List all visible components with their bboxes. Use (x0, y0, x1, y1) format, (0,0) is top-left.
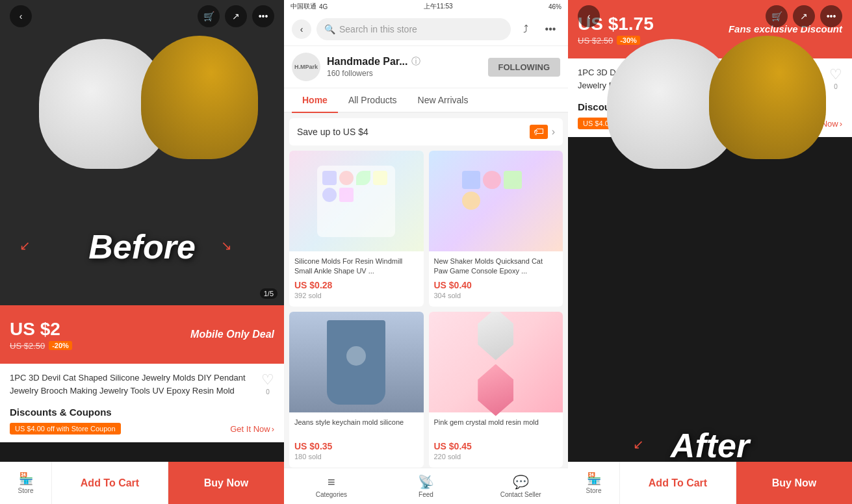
arrow-left-1: ↙ (19, 238, 31, 253)
left-panel: ‹ 🛒 ↗ ••• Before ↙ ↘ 1/5 US $2 US $2.50 … (0, 0, 284, 504)
add-to-cart-left[interactable]: Add To Cart (52, 462, 168, 504)
store-name-row: Handmade Par... ⓘ (327, 56, 488, 68)
share-icon-left[interactable]: ↗ (225, 5, 247, 27)
price-original-row-left: US $2.50 -20% (10, 341, 72, 351)
mold-shape-1 (317, 166, 395, 237)
categories-label: Categories (316, 491, 347, 498)
store-button-left[interactable]: 🏪 Store (0, 462, 52, 504)
store-button-right[interactable]: 🏪 Store (568, 462, 620, 504)
search-placeholder: Search in this store (339, 24, 417, 34)
buy-now-right[interactable]: Buy Now (736, 462, 852, 504)
product-img-4 (429, 312, 563, 412)
gem-white (478, 312, 513, 360)
contact-icon: 💬 (513, 474, 529, 490)
store-icon-right: 🏪 (587, 472, 601, 486)
back-button-right[interactable]: ‹ (578, 5, 600, 27)
savings-right: 🏷 › (530, 125, 555, 139)
product-card-price-2: US $0.40 (434, 280, 558, 290)
price-original-right: US $2.50 (578, 36, 613, 45)
product-card-sold-4: 220 sold (434, 453, 558, 460)
search-box[interactable]: 🔍 Search in this store (316, 18, 511, 40)
more-button-mid[interactable]: ••• (541, 19, 560, 39)
heart-icon-right: ♡ (829, 66, 842, 83)
share-button-mid[interactable]: ⤴ (516, 19, 536, 39)
store-name: Handmade Par... (327, 56, 408, 68)
nav-contact-seller[interactable]: 💬 Contact Seller (473, 468, 568, 504)
savings-chevron: › (552, 126, 555, 138)
shaker-shape (457, 166, 535, 237)
product-title-left: 1PC 3D Devil Cat Shaped Silicone Jewelry… (10, 372, 261, 397)
add-to-cart-right[interactable]: Add To Cart (620, 462, 736, 504)
savings-banner[interactable]: Save up to US $4 🏷 › (289, 118, 563, 145)
product-card-3[interactable]: Jeans style keychain mold silicone US $0… (289, 312, 424, 468)
product-card-sold-1: 392 sold (294, 292, 419, 299)
network: 4G (319, 3, 328, 10)
product-card-info-1: Silicone Molds For Resin Windmill Small … (289, 251, 424, 305)
nav-right-icons-right: 🛒 ↗ ••• (766, 5, 842, 27)
store-info: Handmade Par... ⓘ 160 followers (327, 56, 488, 78)
left-top-nav: ‹ 🛒 ↗ ••• (0, 0, 284, 32)
following-button[interactable]: FOLLOWING (488, 58, 560, 77)
status-bar: 中国联通 4G 上午11:53 46% (284, 0, 568, 13)
jeans-shape (327, 320, 385, 405)
product-img-3 (289, 312, 424, 412)
more-icon-right[interactable]: ••• (820, 5, 842, 27)
arrow-left-2: ↘ (221, 238, 232, 253)
tab-home[interactable]: Home (292, 88, 338, 113)
products-grid: Silicone Molds For Resin Windmill Small … (284, 151, 568, 468)
heart-count-right: 0 (834, 83, 838, 90)
bottom-nav: ≡ Categories 📡 Feed 💬 Contact Seller (284, 468, 568, 504)
cart-icon-right[interactable]: 🛒 (766, 5, 788, 27)
buy-now-left[interactable]: Buy Now (168, 462, 284, 504)
back-button-mid[interactable]: ‹ (292, 19, 311, 39)
product-card-2[interactable]: New Shaker Molds Quicksand Cat Paw Game … (429, 151, 563, 307)
product-card-title-1: Silicone Molds For Resin Windmill Small … (294, 257, 419, 277)
right-top-nav: ‹ 🛒 ↗ ••• (568, 0, 852, 32)
product-card-title-2: New Shaker Molds Quicksand Cat Paw Game … (434, 257, 558, 277)
discount-badge-left: -20% (49, 341, 72, 350)
feed-label: Feed (419, 491, 433, 498)
coupon-row-left: US $4.00 off with Store Coupon Get It No… (10, 423, 274, 435)
coupon-badge-left: US $4.00 off with Store Coupon (10, 423, 121, 435)
back-button-left[interactable]: ‹ (10, 5, 32, 27)
store-logo: H.MPark (292, 53, 320, 81)
tab-new-arrivals[interactable]: New Arrivals (407, 88, 479, 112)
tab-all-products[interactable]: All Products (338, 88, 407, 112)
nav-feed[interactable]: 📡 Feed (379, 468, 474, 504)
store-tabs: Home All Products New Arrivals (284, 88, 568, 113)
heart-count-left: 0 (266, 388, 270, 396)
after-watermark: After (671, 426, 749, 465)
info-icon: ⓘ (411, 56, 420, 68)
page-indicator-left: 1/5 (260, 288, 278, 299)
product-card-price-1: US $0.28 (294, 280, 419, 290)
middle-panel: 中国联通 4G 上午11:53 46% ‹ 🔍 Search in this s… (284, 0, 568, 504)
product-card-sold-2: 304 sold (434, 292, 558, 299)
heart-button-right[interactable]: ♡ 0 (829, 66, 842, 90)
before-watermark: Before (88, 227, 196, 266)
search-icon: 🔍 (324, 24, 335, 34)
product-card-price-4: US $0.45 (434, 441, 558, 451)
bottom-bar-left: 🏪 Store Add To Cart Buy Now (0, 462, 284, 504)
store-label-left: Store (18, 487, 34, 494)
product-card-sold-3: 180 sold (294, 453, 419, 460)
pink-mold-shape (478, 312, 513, 416)
arrow-right-1: ↙ (633, 436, 644, 452)
share-icon-right[interactable]: ↗ (793, 5, 815, 27)
price-main-left: US $2 (10, 319, 72, 340)
followers-count: 160 followers (327, 69, 488, 78)
nav-categories[interactable]: ≡ Categories (284, 468, 379, 504)
get-it-now-left[interactable]: Get It Now › (230, 424, 274, 434)
product-card-4[interactable]: Pink gem crystal mold resin mold US $0.4… (429, 312, 563, 468)
product-title-row-left: 1PC 3D Devil Cat Shaped Silicone Jewelry… (10, 372, 274, 397)
more-icon-left[interactable]: ••• (252, 5, 274, 27)
heart-button-left[interactable]: ♡ 0 (261, 372, 274, 396)
time: 上午11:53 (424, 2, 453, 11)
right-panel: ‹ 🛒 ↗ ••• After ↙ 1/5 US $1.75 US $2.50 … (568, 0, 852, 504)
store-icon-left: 🏪 (19, 472, 33, 486)
price-info-left: US $2 US $2.50 -20% (10, 319, 72, 351)
product-image-left: Before ↙ ↘ 1/5 (0, 0, 284, 305)
feed-icon: 📡 (418, 474, 434, 490)
cart-icon-left[interactable]: 🛒 (198, 5, 220, 27)
product-card-info-4: Pink gem crystal mold resin mold US $0.4… (429, 412, 563, 466)
product-card-1[interactable]: Silicone Molds For Resin Windmill Small … (289, 151, 424, 307)
